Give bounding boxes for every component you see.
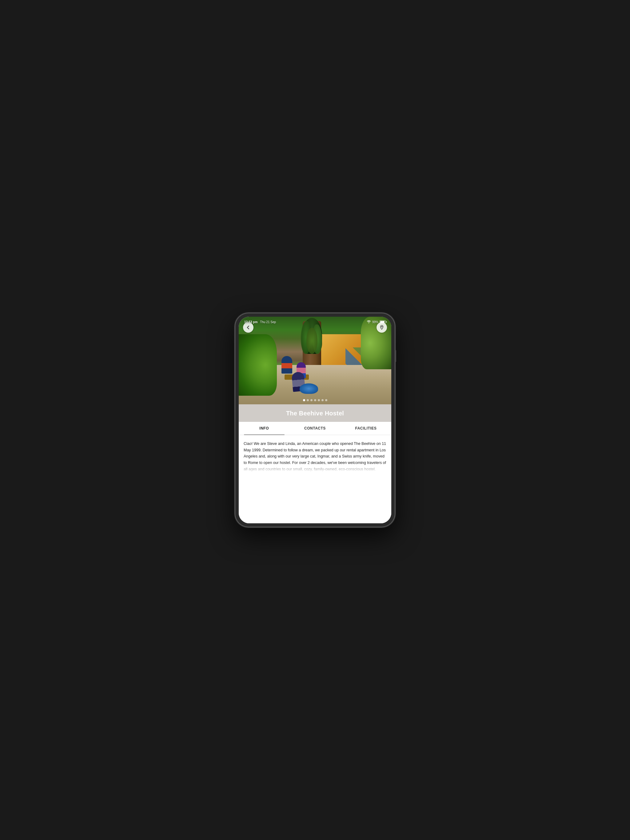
tab-contacts[interactable]: CONTACTS bbox=[290, 422, 340, 435]
carousel-dot-2[interactable] bbox=[307, 399, 309, 401]
hero-image bbox=[239, 317, 391, 404]
hostel-title: The Beehive Hostel bbox=[245, 410, 385, 417]
foliage-mid bbox=[306, 328, 317, 354]
carousel-dot-6[interactable] bbox=[321, 399, 324, 401]
description-text: Ciao! We are Steve and Linda, an America… bbox=[244, 441, 386, 472]
device-frame: 12:53 pm Thu 21 Sep 99% bbox=[235, 313, 395, 527]
battery-icon bbox=[380, 321, 386, 324]
tab-bar: INFO CONTACTS FACILITIES bbox=[239, 422, 391, 435]
svg-point-0 bbox=[381, 326, 382, 327]
tab-info[interactable]: INFO bbox=[239, 422, 290, 435]
carousel-dot-7[interactable] bbox=[325, 399, 327, 401]
person-1 bbox=[282, 356, 292, 374]
wifi-icon bbox=[367, 320, 371, 324]
tab-facilities[interactable]: FACILITIES bbox=[340, 422, 391, 435]
carousel-dot-1[interactable] bbox=[303, 399, 305, 401]
screen: 12:53 pm Thu 21 Sep 99% bbox=[239, 317, 391, 523]
title-area: The Beehive Hostel bbox=[239, 404, 391, 422]
left-plants bbox=[239, 334, 277, 396]
carousel-dot-5[interactable] bbox=[318, 399, 320, 401]
carousel-dot-4[interactable] bbox=[314, 399, 316, 401]
battery-percentage: 99% bbox=[372, 321, 378, 324]
status-bar: 12:53 pm Thu 21 Sep 99% bbox=[239, 317, 391, 325]
content-area: Ciao! We are Steve and Linda, an America… bbox=[239, 435, 391, 523]
carousel-dots bbox=[239, 399, 391, 401]
description-container: Ciao! We are Steve and Linda, an America… bbox=[244, 441, 386, 472]
bean-bag bbox=[300, 384, 318, 394]
status-date: Thu 21 Sep bbox=[260, 321, 276, 324]
status-time: 12:53 pm bbox=[244, 321, 258, 324]
carousel-dot-3[interactable] bbox=[310, 399, 313, 401]
